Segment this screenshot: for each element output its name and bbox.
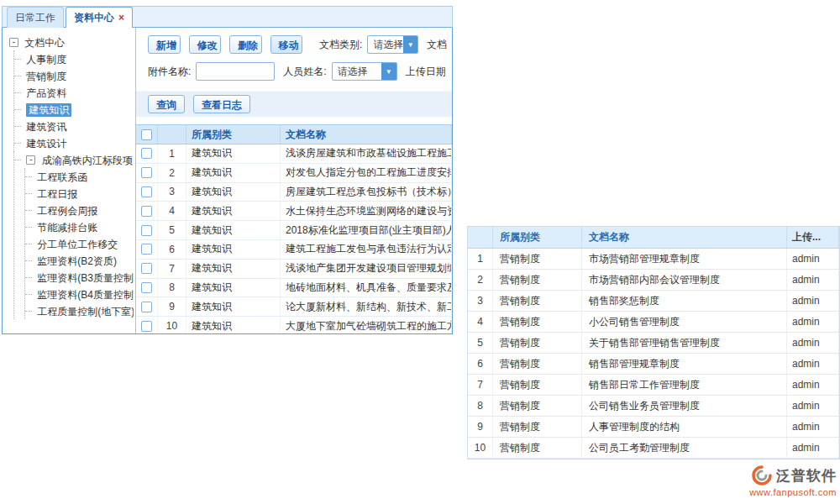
tab-bar: 日常工作 资料中心× <box>2 6 453 28</box>
table-row[interactable]: 1 建筑知识 浅谈房屋建筑和市政基础设施工程施工... <box>136 144 452 164</box>
sidebar-item[interactable]: 节能减排台账 <box>25 218 134 235</box>
table-row[interactable]: 6 营销制度 销售部管理规章制度 admin <box>468 354 839 375</box>
select-value: 请选择 <box>333 65 381 79</box>
row-seq: 6 <box>468 354 493 374</box>
table-row[interactable]: 7 营销制度 销售部日常工作管理制度 admin <box>468 375 839 396</box>
row-name: 市场营销部内部会议管理制度 <box>582 270 787 290</box>
row-category: 建筑知识 <box>186 144 281 163</box>
row-checkbox[interactable] <box>141 244 152 255</box>
row-checkbox[interactable] <box>141 186 152 197</box>
table-row[interactable]: 4 营销制度 小公司销售管理制度 admin <box>468 312 839 333</box>
view-log-button[interactable]: 查看日志 <box>193 95 250 113</box>
row-uploader: admin <box>787 375 839 395</box>
row-name: 市场营销部管理规章制度 <box>582 249 787 269</box>
add-button[interactable]: 新增 <box>148 35 181 54</box>
sidebar-item[interactable]: 工程联系函 <box>25 168 134 185</box>
sidebar-item[interactable]: 产品资料 <box>14 84 134 101</box>
row-category: 营销制度 <box>493 312 582 332</box>
sidebar-item[interactable]: 监理资料(B3质量控制) <box>25 269 134 286</box>
row-category: 营销制度 <box>493 438 582 458</box>
tree-label: 建筑知识 <box>26 103 71 117</box>
collapse-icon[interactable]: - <box>9 38 18 47</box>
row-seq: 1 <box>468 249 493 269</box>
person-select[interactable]: 请选择 ▼ <box>332 62 397 81</box>
row-checkbox[interactable] <box>141 167 152 178</box>
seq-header <box>468 227 493 248</box>
row-checkbox[interactable] <box>141 302 152 312</box>
clipped-doc-label: 文档 <box>427 38 447 52</box>
attachment-name-input[interactable] <box>196 62 275 81</box>
row-category: 建筑知识 <box>186 221 281 239</box>
tree-node-project[interactable]: - 成渝高铁内江标段项目 <box>14 151 134 168</box>
uploader-header: 上传... <box>787 227 839 248</box>
tree-node-document-center[interactable]: - 文档中心 <box>9 34 134 50</box>
sidebar-item[interactable]: 建筑资讯 <box>14 118 134 134</box>
row-seq: 5 <box>468 333 493 353</box>
row-seq: 8 <box>468 396 493 416</box>
row-name: 对发包人指定分包的工程施工进度安排... <box>281 164 452 182</box>
row-checkbox[interactable] <box>141 321 152 332</box>
table-row[interactable]: 7 建筑知识 浅谈地产集团开发建设项目管理规划编... <box>136 260 452 279</box>
table-row[interactable]: 8 建筑知识 地砖地面材料、机具准备、质量要求及... <box>136 279 452 298</box>
row-name: 销售部管理规章制度 <box>582 354 787 374</box>
table-row[interactable]: 5 营销制度 关于销售部管理销售管理制度 admin <box>468 333 839 354</box>
row-checkbox[interactable] <box>141 225 152 236</box>
table-row[interactable]: 5 建筑知识 2018标准化监理项目部(业主项目部)人员... <box>136 221 452 240</box>
tab-daily-work[interactable]: 日常工作 <box>7 7 64 28</box>
move-button[interactable]: 移动 <box>270 35 303 54</box>
document-list-pane: 新增 修改 删除 移动 文档类别: 请选择 ▼ 文档 附件名称: 人员姓名: 请… <box>136 28 452 333</box>
table-row[interactable]: 9 营销制度 人事管理制度的结构 admin <box>468 417 839 438</box>
document-tree-sidebar: - 文档中心 人事制度 营销制度 产品资料 <box>3 28 136 333</box>
sidebar-item[interactable]: 工程日报 <box>25 185 134 202</box>
collapse-icon[interactable]: - <box>26 155 35 165</box>
row-category: 建筑知识 <box>186 260 281 278</box>
table-row[interactable]: 2 营销制度 市场营销部内部会议管理制度 admin <box>468 270 839 291</box>
row-checkbox[interactable] <box>141 206 152 217</box>
tree-children: 工程联系函 工程日报 工程例会周报 节能减排台账 <box>24 168 134 319</box>
table-row[interactable]: 9 建筑知识 论大厦新材料、新结构、新技术、新工... <box>136 297 452 317</box>
tab-label: 日常工作 <box>15 12 55 24</box>
table-row[interactable]: 2 建筑知识 对发包人指定分包的工程施工进度安排... <box>136 164 452 183</box>
table-row[interactable]: 3 建筑知识 房屋建筑工程总承包投标书（技术标）... <box>136 183 452 202</box>
sidebar-item[interactable]: 营销制度 <box>14 67 134 84</box>
row-uploader: admin <box>787 396 839 416</box>
table-row[interactable]: 3 营销制度 销售部奖惩制度 admin <box>468 291 839 312</box>
tree-label: 节能减排台账 <box>37 222 97 234</box>
table-row[interactable]: 8 营销制度 公司销售业务员管理制度 admin <box>468 396 839 417</box>
close-icon[interactable]: × <box>118 12 124 24</box>
table-row[interactable]: 10 营销制度 公司员工考勤管理制度 admin <box>468 438 839 459</box>
row-name: 人事管理制度的结构 <box>582 417 787 437</box>
row-category: 建筑知识 <box>186 183 281 202</box>
query-button[interactable]: 查询 <box>148 95 185 113</box>
sidebar-item[interactable]: 工程例会周报 <box>25 202 134 218</box>
table-row[interactable]: 4 建筑知识 水土保持生态环境监测网络的建设与资... <box>136 202 452 221</box>
person-name-label: 人员姓名: <box>283 65 326 79</box>
row-checkbox[interactable] <box>141 282 152 293</box>
table-body: 1 营销制度 市场营销部管理规章制度 admin 2 营销制度 市场营销部内部会… <box>468 249 839 459</box>
doc-category-select[interactable]: 请选择 ▼ <box>367 35 418 54</box>
row-checkbox[interactable] <box>141 148 152 159</box>
delete-button[interactable]: 删除 <box>229 35 262 54</box>
row-checkbox[interactable] <box>141 263 152 274</box>
tab-data-center[interactable]: 资料中心× <box>66 7 133 28</box>
sidebar-item[interactable]: 监理资料(B2资质) <box>25 252 134 269</box>
tree-label: 监理资料(B4质量控制) <box>37 289 134 301</box>
select-all-checkbox[interactable] <box>141 129 152 140</box>
tab-label: 资料中心 <box>74 12 114 24</box>
category-header: 所属别类 <box>186 125 281 144</box>
table-row[interactable]: 10 建筑知识 大厦地下室加气砼墙砌筑工程的施工方... <box>136 317 452 333</box>
sidebar-item[interactable]: 工程质量控制(地下室) <box>25 302 134 319</box>
tree-label: 工程例会周报 <box>37 205 97 217</box>
sidebar-item[interactable]: 建筑设计 <box>14 134 134 151</box>
row-name: 房屋建筑工程总承包投标书（技术标）... <box>281 183 452 202</box>
sidebar-item[interactable]: 建筑知识 <box>14 101 134 118</box>
row-seq: 2 <box>468 270 493 290</box>
modify-button[interactable]: 修改 <box>189 35 222 54</box>
sidebar-item[interactable]: 分工单位工作移交 <box>25 235 134 252</box>
table-body: 1 建筑知识 浅谈房屋建筑和市政基础设施工程施工... 2 建筑知识 对发包人指… <box>136 144 452 333</box>
table-row[interactable]: 6 建筑知识 建筑工程施工发包与承包违法行为认定... <box>136 240 452 260</box>
toolbar-row-query: 查询 查看日志 <box>136 91 452 117</box>
sidebar-item[interactable]: 监理资料(B4质量控制) <box>25 286 134 302</box>
sidebar-item[interactable]: 人事制度 <box>14 50 134 67</box>
table-row[interactable]: 1 营销制度 市场营销部管理规章制度 admin <box>468 249 839 270</box>
